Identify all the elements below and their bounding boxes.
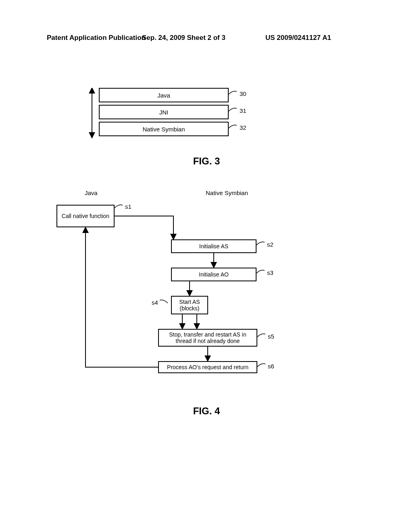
header-center-text: Sep. 24, 2009 Sheet 2 of 3	[142, 34, 225, 42]
fig3-caption: FIG. 3	[0, 156, 413, 167]
fig3-layer-jni: JNI	[99, 105, 229, 119]
fig3-ref-30: 30	[240, 90, 246, 97]
fig3-ref-31: 31	[240, 107, 246, 114]
header-right-text: US 2009/0241127 A1	[265, 34, 331, 42]
fig3-jni-label: JNI	[159, 109, 169, 116]
fig3-ref-32: 32	[240, 124, 246, 131]
fig3-bidirectional-arrow	[84, 88, 100, 139]
fig3-native-label: Native Symbian	[142, 126, 185, 133]
fig3-java-label: Java	[157, 92, 170, 99]
fig3-layer-native: Native Symbian	[99, 122, 229, 136]
fig4-flow-arrows	[0, 189, 302, 379]
fig4-caption: FIG. 4	[0, 405, 413, 417]
fig3-layer-java: Java	[99, 88, 229, 102]
header-left-text: Patent Application Publication	[47, 34, 146, 42]
